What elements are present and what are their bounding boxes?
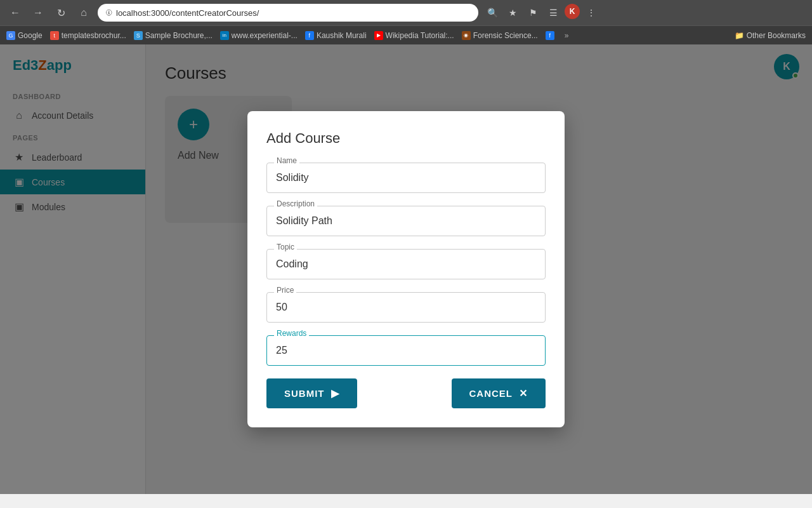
back-button[interactable]: ←	[6, 4, 24, 22]
address-bar[interactable]: 🛈 localhost:3000/contentCreatorCourses/	[98, 4, 478, 22]
bookmark-save-button[interactable]: ⚑	[524, 4, 542, 22]
dialog-buttons: SUBMIT ▶ CANCEL ✕	[266, 378, 546, 408]
profile-button[interactable]: K	[565, 4, 580, 19]
bookmarks-more-indicator[interactable]: »	[565, 31, 569, 40]
description-label: Description	[274, 199, 317, 208]
cancel-label: CANCEL	[469, 388, 513, 399]
submit-label: SUBMIT	[284, 388, 325, 399]
cancel-icon: ✕	[519, 387, 528, 399]
bookmark-label: Sample Brochure,...	[145, 31, 213, 40]
bookmark-forensic[interactable]: ◉ Forensic Science...	[462, 31, 538, 40]
modal-overlay: Add Course Name Description Topic	[146, 44, 812, 494]
price-input[interactable]	[266, 292, 546, 323]
bookmark-favicon: G	[6, 31, 15, 40]
bookmark-favicon: in	[220, 31, 229, 40]
dialog-title: Add Course	[266, 130, 546, 147]
bookmark-favicon: f	[546, 31, 554, 40]
cancel-button[interactable]: CANCEL ✕	[452, 378, 546, 408]
bookmark-facebook[interactable]: f Kaushik Murali	[305, 31, 367, 40]
bookmarks-bar: G Google t templatesbrochur... S Sample …	[0, 25, 812, 44]
bookmark-favicon: ◉	[462, 31, 471, 40]
bookmark-label: Kaushik Murali	[317, 31, 367, 40]
bookmark-favicon: S	[134, 31, 143, 40]
bookmark-favicon: t	[50, 31, 59, 40]
bookmark-favicon: f	[305, 31, 314, 40]
topic-field-group: Topic	[266, 249, 546, 279]
topic-label: Topic	[274, 243, 297, 251]
description-input[interactable]	[266, 206, 546, 236]
bookmark-templates[interactable]: t templatesbrochur...	[50, 31, 126, 40]
add-course-dialog: Add Course Name Description Topic	[247, 111, 565, 427]
rewards-label: Rewards	[274, 329, 309, 338]
bookmark-label: Forensic Science...	[473, 31, 538, 40]
extensions-button[interactable]: ☰	[544, 4, 562, 22]
app-wrapper: Ed3Zapp DASHBOARD ⌂ Account Details PAGE…	[0, 44, 812, 494]
address-text: localhost:3000/contentCreatorCourses/	[116, 8, 259, 18]
name-input[interactable]	[266, 163, 546, 193]
bookmark-favicon: ▶	[374, 31, 383, 40]
other-bookmarks-label: Other Bookmarks	[747, 31, 806, 40]
folder-icon: 📁	[735, 31, 744, 40]
bookmark-fb2[interactable]: f	[546, 31, 554, 40]
description-field-group: Description	[266, 206, 546, 236]
bookmark-google[interactable]: G Google	[6, 31, 43, 40]
browser-chrome: ← → ↻ ⌂ 🛈 localhost:3000/contentCreatorC…	[0, 0, 812, 44]
name-label: Name	[274, 156, 299, 165]
bookmark-sample[interactable]: S Sample Brochure,...	[134, 31, 213, 40]
reload-button[interactable]: ↻	[52, 4, 70, 22]
topic-input[interactable]	[266, 249, 546, 279]
bookmark-button[interactable]: ★	[504, 4, 521, 22]
address-icon: 🛈	[105, 9, 112, 17]
forward-button[interactable]: →	[29, 4, 47, 22]
price-label: Price	[274, 286, 296, 295]
rewards-input[interactable]	[266, 335, 546, 366]
menu-button[interactable]: ⋮	[582, 4, 600, 22]
browser-actions: 🔍 ★ ⚑ ☰ K ⋮	[483, 4, 600, 22]
bookmark-label: Google	[18, 31, 43, 40]
bookmark-label: Wikipedia Tutorial:...	[386, 31, 454, 40]
home-button[interactable]: ⌂	[75, 4, 93, 22]
other-bookmarks[interactable]: 📁 Other Bookmarks	[735, 31, 806, 40]
bookmark-label: www.experiential-...	[232, 31, 298, 40]
price-field-group: Price	[266, 292, 546, 323]
bookmark-linkedin[interactable]: in www.experiential-...	[220, 31, 298, 40]
submit-icon: ▶	[331, 387, 339, 399]
browser-toolbar: ← → ↻ ⌂ 🛈 localhost:3000/contentCreatorC…	[0, 0, 812, 25]
name-field-group: Name	[266, 163, 546, 193]
main-content: K Courses + Add New Add Course Name Desc…	[146, 44, 812, 494]
bookmark-label: templatesbrochur...	[62, 31, 126, 40]
submit-button[interactable]: SUBMIT ▶	[266, 378, 357, 408]
rewards-field-group: Rewards	[266, 335, 546, 366]
bookmark-youtube[interactable]: ▶ Wikipedia Tutorial:...	[374, 31, 454, 40]
search-button[interactable]: 🔍	[483, 4, 501, 22]
